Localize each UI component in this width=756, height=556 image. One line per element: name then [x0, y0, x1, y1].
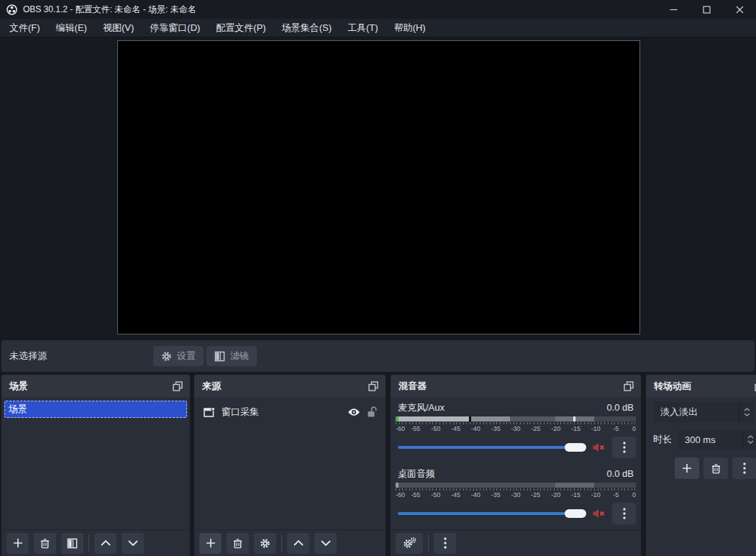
tick-label: -35: [491, 491, 501, 498]
tick-label: -30: [511, 425, 520, 432]
title-bar: OBS 30.1.2 - 配置文件: 未命名 - 场景: 未命名: [0, 0, 756, 19]
sources-dock-header: 来源: [194, 375, 386, 397]
transitions-buttons: [675, 457, 756, 479]
scene-name: 场景: [9, 403, 27, 416]
source-context-toolbar: 未选择源 设置 滤镜: [1, 340, 755, 372]
mixer-dock-title: 混音器: [399, 380, 624, 393]
audio-level-meter: [396, 416, 636, 421]
scene-transitions-dock: 转场动画 淡入淡出 时长 300 ms: [646, 375, 756, 556]
add-source-button[interactable]: [199, 533, 222, 554]
meter-scale: -60 -55 -50 -45 -40 -35 -30 -25 -20 -15 …: [396, 424, 636, 433]
move-scene-down-button[interactable]: [122, 533, 144, 554]
window-controls: [657, 0, 756, 19]
menu-docks[interactable]: 停靠窗口(D): [142, 19, 208, 37]
source-properties-label: 设置: [177, 350, 196, 363]
menu-help[interactable]: 帮助(H): [386, 19, 434, 37]
mixer-channels: 麦克风/Aux 0.0 dB -60 -55 -50 -45 -40 -35 -…: [391, 397, 641, 529]
add-scene-button[interactable]: [6, 533, 29, 554]
menu-tools[interactable]: 工具(T): [340, 19, 386, 37]
menu-file[interactable]: 文件(F): [1, 19, 48, 37]
tick-label: -25: [531, 491, 540, 498]
tick-label: -30: [511, 491, 520, 498]
scenes-list: 场景: [1, 397, 190, 529]
duration-spinbox[interactable]: 300 ms: [678, 429, 756, 450]
channel-level-db: 0.0 dB: [606, 402, 634, 413]
source-filters-button[interactable]: 滤镜: [206, 346, 257, 366]
audio-level-meter: [396, 483, 636, 488]
duration-label: 时长: [653, 433, 673, 446]
sources-popout-icon[interactable]: [368, 381, 378, 391]
channel-level-db: 0.0 dB: [606, 468, 634, 479]
docks-area: 场景 场景: [0, 372, 756, 556]
minimize-button[interactable]: [657, 0, 690, 19]
tick-label: -40: [471, 491, 481, 498]
no-source-selected-label: 未选择源: [9, 350, 47, 363]
tick-label: -45: [451, 425, 460, 432]
tick-label: -60: [396, 425, 405, 432]
menu-scene-collection[interactable]: 场景集合(S): [274, 19, 340, 37]
move-source-up-button[interactable]: [287, 533, 309, 554]
combobox-arrows-icon: [739, 402, 755, 422]
volume-slider[interactable]: [398, 509, 586, 519]
maximize-button[interactable]: [690, 0, 723, 19]
source-name: 窗口采集: [222, 406, 341, 419]
sources-toolbar: [194, 529, 386, 556]
add-transition-button[interactable]: [675, 457, 699, 479]
tick-label: -15: [571, 425, 580, 432]
tick-label: -5: [613, 425, 619, 432]
tick-label: -10: [591, 425, 601, 432]
source-properties-button[interactable]: 设置: [153, 346, 204, 366]
tick-label: 0: [632, 491, 636, 498]
tick-label: -55: [411, 425, 420, 432]
scene-list-item[interactable]: 场景: [4, 401, 187, 418]
source-properties-gear-button[interactable]: [254, 533, 276, 554]
spinbox-arrows-icon[interactable]: [742, 429, 756, 450]
menu-edit[interactable]: 编辑(E): [48, 19, 95, 37]
transition-kebab-menu-button[interactable]: [732, 457, 756, 479]
scenes-popout-icon[interactable]: [173, 381, 183, 391]
mixer-popout-icon[interactable]: [624, 381, 634, 391]
audio-mixer-dock: 混音器 麦克风/Aux 0.0 dB -60 -55: [391, 375, 641, 556]
channel-kebab-menu-button[interactable]: [612, 437, 636, 458]
menu-view[interactable]: 视图(V): [95, 19, 142, 37]
lock-open-icon[interactable]: [367, 406, 377, 418]
channel-kebab-menu-button[interactable]: [612, 503, 636, 524]
volume-slider[interactable]: [398, 442, 586, 452]
filter-icon: [214, 351, 225, 362]
visibility-eye-icon[interactable]: [347, 408, 360, 416]
move-scene-up-button[interactable]: [94, 533, 117, 554]
toolbar-separator: [281, 534, 282, 552]
tick-label: -40: [471, 425, 481, 432]
volume-slider-handle[interactable]: [565, 443, 586, 452]
source-list-item[interactable]: 窗口采集: [197, 401, 383, 423]
transitions-dock-header: 转场动画: [646, 375, 756, 397]
close-button[interactable]: [723, 0, 756, 19]
tick-label: -35: [491, 425, 501, 432]
advanced-audio-properties-button[interactable]: [396, 533, 423, 554]
preview-area: [0, 37, 756, 340]
toolbar-separator: [428, 534, 429, 552]
move-source-down-button[interactable]: [314, 533, 337, 554]
remove-scene-button[interactable]: [34, 533, 56, 554]
tick-label: -20: [551, 491, 560, 498]
mixer-channel-desktop: 桌面音频 0.0 dB -60 -55 -50 -45 -40 -35 -30 …: [396, 468, 636, 524]
remove-transition-button[interactable]: [703, 457, 728, 479]
remove-source-button[interactable]: [227, 533, 249, 554]
tick-label: -20: [551, 425, 560, 432]
muted-speaker-icon[interactable]: [593, 442, 605, 452]
tick-label: -10: [591, 491, 601, 498]
sources-dock: 来源 窗口采集: [194, 375, 386, 556]
mixer-kebab-menu-button[interactable]: [434, 533, 456, 554]
muted-speaker-icon[interactable]: [593, 509, 605, 519]
preview-canvas[interactable]: [117, 40, 640, 334]
channel-name: 麦克风/Aux: [398, 401, 606, 414]
volume-slider-handle[interactable]: [565, 509, 586, 518]
scene-filters-button[interactable]: [61, 533, 83, 554]
tick-label: 0: [632, 425, 636, 432]
scenes-dock-header: 场景: [1, 375, 190, 397]
tick-label: -45: [451, 491, 460, 498]
menu-profile[interactable]: 配置文件(P): [208, 19, 273, 37]
window-capture-icon: [204, 407, 215, 418]
transition-select[interactable]: 淡入淡出: [653, 402, 755, 422]
transitions-dock-title: 转场动画: [654, 380, 755, 393]
